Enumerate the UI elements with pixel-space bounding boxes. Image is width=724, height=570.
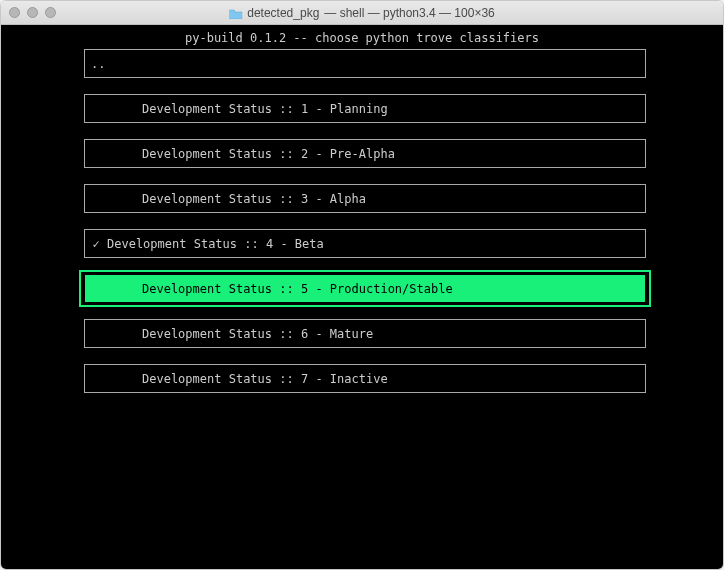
- title-folder: detected_pkg: [247, 6, 319, 20]
- classifier-list: .. Development Status :: 1 - Planning De…: [84, 49, 646, 393]
- check-icon: ✓: [85, 237, 107, 251]
- zoom-icon[interactable]: [45, 7, 56, 18]
- item-label: Development Status :: 6 - Mature: [142, 327, 373, 341]
- list-item-parent[interactable]: ..: [84, 49, 646, 78]
- terminal-viewport[interactable]: py-build 0.1.2 -- choose python trove cl…: [1, 25, 723, 569]
- list-item[interactable]: Development Status :: 2 - Pre-Alpha: [84, 139, 646, 168]
- item-label: Development Status :: 3 - Alpha: [142, 192, 366, 206]
- close-icon[interactable]: [9, 7, 20, 18]
- item-label: Development Status :: 7 - Inactive: [142, 372, 388, 386]
- window-title: detected_pkg — shell — python3.4 — 100×3…: [229, 6, 495, 20]
- title-rest: — shell — python3.4 — 100×36: [324, 6, 494, 20]
- list-item[interactable]: Development Status :: 3 - Alpha: [84, 184, 646, 213]
- list-item[interactable]: Development Status :: 6 - Mature: [84, 319, 646, 348]
- item-label: ..: [91, 57, 105, 71]
- item-label: Development Status :: 2 - Pre-Alpha: [142, 147, 395, 161]
- item-label: Development Status :: 1 - Planning: [142, 102, 388, 116]
- folder-icon: [229, 8, 242, 18]
- terminal-window: detected_pkg — shell — python3.4 — 100×3…: [0, 0, 724, 570]
- titlebar[interactable]: detected_pkg — shell — python3.4 — 100×3…: [1, 1, 723, 25]
- list-item[interactable]: Development Status :: 7 - Inactive: [84, 364, 646, 393]
- item-label: Development Status :: 5 - Production/Sta…: [142, 282, 453, 296]
- list-item-highlighted[interactable]: Development Status :: 5 - Production/Sta…: [84, 274, 646, 303]
- list-item[interactable]: Development Status :: 1 - Planning: [84, 94, 646, 123]
- minimize-icon[interactable]: [27, 7, 38, 18]
- list-item-checked[interactable]: ✓ Development Status :: 4 - Beta: [84, 229, 646, 258]
- item-label: Development Status :: 4 - Beta: [107, 237, 324, 251]
- app-header: py-build 0.1.2 -- choose python trove cl…: [6, 31, 718, 45]
- window-controls: [9, 7, 56, 18]
